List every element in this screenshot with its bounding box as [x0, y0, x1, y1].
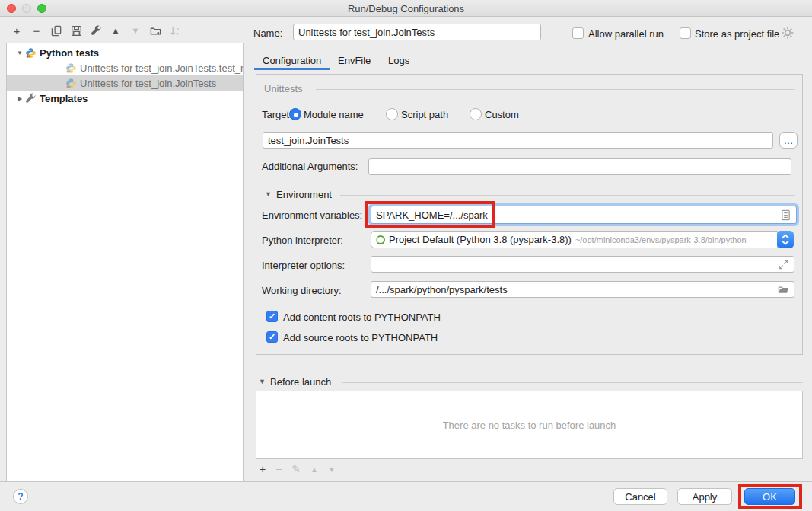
tree-item-test-narrow[interactable]: Unittests for test_join.JoinTests.test_n… [7, 60, 243, 75]
working-directory-input[interactable]: /.../spark/python/pyspark/tests [371, 281, 794, 298]
before-launch-task-list[interactable]: There are no tasks to run before launch [256, 391, 803, 459]
tree-item-label: Unittests for test_join.JoinTests [80, 78, 216, 89]
tree-item-label: Unittests for test_join.JoinTests.test_n… [80, 62, 243, 74]
add-source-roots-checkbox[interactable]: ✓ [266, 331, 278, 343]
python-interpreter-select[interactable]: Project Default (Python 3.8 (pyspark-3.8… [371, 231, 778, 248]
remove-configuration-button[interactable]: − [30, 24, 43, 37]
collapse-icon[interactable]: ▼ [14, 50, 25, 56]
footer-divider [0, 481, 812, 482]
expand-icon[interactable]: ▶ [14, 95, 25, 102]
tree-item-label: Templates [40, 93, 88, 104]
question-mark-icon: ? [18, 491, 23, 502]
cancel-button[interactable]: Cancel [613, 488, 667, 505]
expand-icon [778, 259, 789, 270]
python-tests-icon [25, 47, 37, 59]
browse-module-button[interactable]: … [779, 132, 798, 149]
plus-icon: + [14, 24, 21, 37]
tree-item-jointests-selected[interactable]: Unittests for test_join.JoinTests [7, 75, 243, 91]
move-up-button[interactable]: ▲ [110, 24, 122, 37]
python-interpreter-label: Python interpreter: [262, 235, 343, 246]
name-label: Name: [253, 27, 282, 39]
browse-folder-button[interactable] [778, 284, 789, 295]
add-content-roots-checkbox[interactable]: ✓ [266, 311, 278, 322]
store-as-project-file-label: Store as project file [695, 28, 779, 40]
tree-item-templates[interactable]: ▶ Templates [7, 91, 243, 106]
interpreter-options-input[interactable] [371, 256, 794, 273]
add-task-button[interactable]: + [260, 463, 266, 475]
check-icon: ✓ [269, 311, 275, 321]
before-launch-collapse-icon[interactable]: ▼ [259, 378, 266, 385]
tab-logs[interactable]: Logs [388, 55, 409, 66]
before-launch-label: Before launch [270, 376, 331, 388]
gear-icon [781, 26, 794, 40]
sort-az-icon: az [170, 25, 181, 37]
check-icon: ✓ [269, 332, 275, 342]
radio-custom[interactable] [470, 108, 482, 120]
tab-configuration[interactable]: Configuration [263, 55, 321, 66]
additional-arguments-input[interactable] [368, 158, 791, 175]
copy-icon [51, 25, 62, 37]
store-as-project-file-checkbox[interactable] [680, 27, 691, 39]
expand-field-button[interactable] [778, 259, 789, 270]
before-launch-empty-text: There are no tasks to run before launch [443, 420, 616, 431]
store-settings-gear-button[interactable] [781, 26, 794, 42]
tree-item-python-tests[interactable]: ▼ Python tests [7, 45, 243, 60]
radio-script-path[interactable] [386, 108, 398, 120]
radio-custom-label: Custom [485, 109, 519, 120]
module-name-value: test_join.JoinTests [268, 135, 349, 146]
window-title: Run/Debug Configurations [0, 3, 812, 14]
env-vars-editor-button[interactable] [780, 209, 791, 221]
copy-configuration-button[interactable] [50, 24, 62, 37]
folder-icon [778, 284, 789, 295]
up-down-chevrons-icon [781, 233, 790, 246]
ok-button[interactable]: OK [744, 488, 795, 505]
radio-module-name[interactable] [289, 108, 301, 120]
environment-collapse-icon[interactable]: ▼ [265, 190, 272, 198]
title-bar: Run/Debug Configurations [0, 0, 812, 17]
tab-envfile[interactable]: EnvFile [338, 55, 371, 66]
sort-configurations-button[interactable]: az [169, 24, 181, 37]
allow-parallel-run-label: Allow parallel run [588, 28, 664, 40]
python-test-icon [65, 62, 77, 74]
wrench-icon [91, 25, 102, 37]
remove-task-button[interactable]: − [275, 463, 282, 475]
edit-templates-button[interactable] [90, 24, 102, 37]
environment-variables-input[interactable]: SPARK_HOME=/.../spark [371, 206, 797, 224]
minus-icon: − [33, 24, 40, 37]
working-directory-value: /.../spark/python/pyspark/tests [376, 284, 508, 295]
before-launch-toolbar: + − ✎ ▲ ▼ [260, 463, 336, 475]
ellipsis-icon: … [784, 135, 794, 146]
create-folder-button[interactable] [149, 24, 161, 37]
move-task-up-button[interactable]: ▲ [310, 465, 318, 474]
tree-item-label: Python tests [40, 47, 99, 59]
target-label: Target: [262, 109, 292, 120]
add-configuration-button[interactable]: + [11, 24, 23, 37]
active-tab-underline [254, 68, 330, 70]
folder-plus-icon [150, 25, 161, 37]
configurations-tree: ▼ Python tests Unittests for test_join.J… [6, 43, 244, 481]
svg-text:z: z [176, 30, 178, 36]
python-interpreter-value: Project Default (Python 3.8 (pyspark-3.8… [389, 234, 572, 245]
environment-variables-value: SPARK_HOME=/.../spark [376, 209, 488, 221]
name-input[interactable]: Unittests for test_join.JoinTests [293, 24, 541, 40]
name-value: Unittests for test_join.JoinTests [298, 27, 435, 38]
interpreter-dropdown-stepper[interactable] [777, 231, 794, 248]
add-source-roots-label: Add source roots to PYTHONPATH [283, 332, 438, 343]
unittests-group-label: Unittests [264, 83, 303, 94]
environment-section-label: Environment [276, 189, 332, 200]
templates-wrench-icon [25, 93, 37, 104]
allow-parallel-run-checkbox[interactable] [572, 27, 584, 39]
help-button[interactable]: ? [13, 489, 28, 504]
apply-button[interactable]: Apply [677, 488, 732, 505]
triangle-down-icon: ▼ [132, 26, 140, 35]
interpreter-options-label: Interpreter options: [262, 260, 345, 271]
move-task-down-button[interactable]: ▼ [328, 465, 336, 474]
add-content-roots-label: Add content roots to PYTHONPATH [283, 311, 441, 323]
python-interpreter-path: ~/opt/miniconda3/envs/pyspark-3.8/bin/py… [575, 235, 747, 244]
group-divider [316, 89, 795, 90]
move-down-button[interactable]: ▼ [129, 24, 142, 37]
module-name-input[interactable]: test_join.JoinTests [263, 132, 773, 149]
save-configuration-button[interactable] [70, 24, 82, 37]
edit-task-button[interactable]: ✎ [291, 463, 301, 475]
additional-arguments-label: Additional Arguments: [262, 161, 358, 172]
